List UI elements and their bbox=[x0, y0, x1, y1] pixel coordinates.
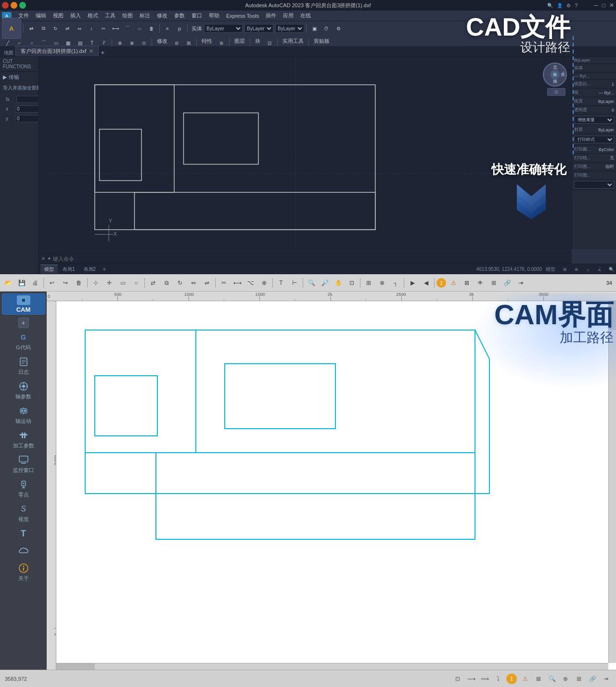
cam-status-link-btn[interactable]: 🔗 bbox=[587, 674, 598, 684]
cam-move-btn[interactable]: ⇄ bbox=[147, 277, 159, 289]
cam-copy2-btn[interactable]: ⧉ bbox=[160, 277, 173, 289]
cam-circle-btn[interactable]: ○ bbox=[130, 277, 142, 289]
text-style-button[interactable]: A bbox=[2, 18, 21, 39]
toolbar-fillet-btn[interactable]: ⌒ bbox=[122, 23, 133, 34]
cam-text-tool[interactable]: T bbox=[2, 525, 45, 543]
cam-arrow-left-btn[interactable]: ◀ bbox=[420, 277, 432, 289]
menu-dim[interactable]: 标注 bbox=[137, 11, 153, 20]
cam-scrollbar-v[interactable] bbox=[608, 301, 616, 663]
cam-mirror2-btn[interactable]: ⇌ bbox=[201, 277, 213, 289]
menu-help[interactable]: 帮助 bbox=[206, 11, 222, 20]
cad-status-ortho-btn[interactable]: ┐ bbox=[583, 265, 593, 274]
cam-status-grid-btn[interactable]: ⊞ bbox=[574, 674, 584, 684]
cam-drawing-area[interactable] bbox=[56, 301, 616, 670]
cad-zoom-btn[interactable]: 🔍 bbox=[606, 265, 616, 274]
cam-link-btn[interactable]: 🔗 bbox=[501, 277, 513, 289]
toolbar-chamfer-btn[interactable]: ⌓ bbox=[134, 23, 145, 34]
toolbar-copy-btn[interactable]: ⧉ bbox=[38, 23, 49, 34]
cam-fitall-btn[interactable]: ⊡ bbox=[346, 277, 358, 289]
cad-tab-layout1[interactable]: 布局1 bbox=[59, 265, 79, 274]
cam-axis-params-tool[interactable]: 轴参数 bbox=[2, 378, 45, 403]
toolbar-move-btn[interactable]: ⇄ bbox=[26, 23, 37, 34]
toolbar-stretch-btn[interactable]: ↕ bbox=[86, 23, 97, 34]
toolbar-property-btn[interactable]: 𝕡 bbox=[174, 23, 185, 34]
cam-dim2-btn[interactable]: ⊢ bbox=[288, 277, 301, 289]
menu-insert[interactable]: 插入 bbox=[67, 11, 84, 20]
cam-text2-btn[interactable]: T bbox=[275, 277, 287, 289]
cam-status-export-btn[interactable]: ⇥ bbox=[601, 674, 611, 684]
cam-export-btn[interactable]: ⇥ bbox=[514, 277, 527, 289]
prop-effect-select[interactable]: 增效果量 bbox=[574, 116, 614, 124]
cam-status-badge-btn[interactable]: 1 bbox=[506, 674, 517, 684]
cam-arrange-btn[interactable]: ⊠ bbox=[461, 277, 473, 289]
cad-drawing-area[interactable]: X Y bbox=[38, 57, 572, 253]
cam-status-btn-2[interactable]: ⟶ bbox=[466, 674, 476, 684]
cam-pan2-btn[interactable]: ✋ bbox=[332, 277, 345, 289]
prop-print-style-select[interactable]: 打印样式 bbox=[574, 136, 614, 143]
toolbar-delete-btn[interactable]: 🗑 bbox=[146, 23, 157, 34]
new-tab-button[interactable]: + bbox=[101, 49, 104, 56]
cam-add-button[interactable]: + bbox=[18, 318, 29, 328]
linewidth-select[interactable]: ByLayer bbox=[275, 24, 304, 33]
cam-snap2-btn[interactable]: ⊗ bbox=[376, 277, 388, 289]
cad-status-grid-btn[interactable]: ⊞ bbox=[560, 265, 570, 274]
cam-join-btn[interactable]: ⊕ bbox=[258, 277, 270, 289]
cad-command-input[interactable] bbox=[53, 256, 569, 262]
toolbar-settings-btn[interactable]: ⚙ bbox=[333, 23, 344, 34]
menu-app[interactable]: 应用 bbox=[280, 11, 296, 20]
cam-select-rect-btn[interactable]: ▭ bbox=[116, 277, 129, 289]
menu-view[interactable]: 视图 bbox=[50, 11, 66, 20]
cam-status-btn-4[interactable]: ⤵ bbox=[493, 674, 503, 684]
cam-extend2-btn[interactable]: ⟷ bbox=[231, 277, 244, 289]
menu-online[interactable]: 在线 bbox=[297, 11, 314, 20]
cam-zoomout-btn[interactable]: 🔎 bbox=[319, 277, 331, 289]
cad-status-polar-btn[interactable]: ∠ bbox=[595, 265, 604, 274]
cam-view2-btn[interactable]: ⊞ bbox=[488, 277, 500, 289]
cam-warn-btn[interactable]: ⚠ bbox=[447, 277, 460, 289]
layer-select[interactable]: ByLayer bbox=[204, 24, 243, 33]
toolbar-trim-btn[interactable]: ✂ bbox=[98, 23, 109, 34]
toolbar-rotate-btn[interactable]: ↻ bbox=[50, 23, 61, 34]
cam-status-arrange-btn[interactable]: ⊠ bbox=[533, 674, 544, 684]
cam-zoomin-btn[interactable]: 🔍 bbox=[305, 277, 318, 289]
menu-format[interactable]: 格式 bbox=[85, 11, 101, 20]
cam-gcode-tool[interactable]: G G代码 bbox=[2, 329, 45, 354]
toolbar-layer-btn[interactable]: ≡ bbox=[162, 23, 173, 34]
cam-break-btn[interactable]: ⌥ bbox=[244, 277, 257, 289]
cam-scale2-btn[interactable]: ⇔ bbox=[187, 277, 200, 289]
cam-about-tool[interactable]: 关于 bbox=[2, 560, 45, 585]
menu-draw[interactable]: 绘图 bbox=[119, 11, 136, 20]
cam-rotate2-btn[interactable]: ↻ bbox=[174, 277, 186, 289]
cam-open-btn[interactable]: 📂 bbox=[2, 277, 14, 289]
prop-output-select[interactable] bbox=[574, 181, 614, 189]
cam-status-btn-3[interactable]: ⟹ bbox=[479, 674, 490, 684]
cad-tab-layout2[interactable]: 布局2 bbox=[80, 265, 100, 274]
menu-express[interactable]: Express Tools bbox=[223, 12, 262, 20]
cad-tab-model[interactable]: 模型 bbox=[40, 265, 58, 274]
cam-status-warn-btn[interactable]: ⚠ bbox=[520, 674, 530, 684]
cam-origin-tool[interactable]: 零点 bbox=[2, 476, 45, 501]
menu-window[interactable]: 窗口 bbox=[189, 11, 205, 20]
cam-view-btn[interactable]: 👁 bbox=[474, 277, 487, 289]
cam-delete-btn[interactable]: 🗑 bbox=[73, 277, 85, 289]
cam-undo-btn[interactable]: ↩ bbox=[46, 277, 58, 289]
cam-grid-btn[interactable]: ⊞ bbox=[362, 277, 375, 289]
cam-print-btn[interactable]: 🖨 bbox=[29, 277, 41, 289]
cam-monitor-tool[interactable]: 监控窗口 bbox=[2, 452, 45, 476]
linetype-select[interactable]: ByLayer bbox=[244, 24, 273, 33]
toolbar-extend-btn[interactable]: ⟷ bbox=[110, 23, 121, 34]
cam-trim2-btn[interactable]: ✂ bbox=[218, 277, 230, 289]
nav-compass[interactable]: 北 南 东 上 ⊟ bbox=[543, 63, 569, 89]
cam-save-btn[interactable]: 💾 bbox=[15, 277, 28, 289]
new-layout-button[interactable]: + bbox=[103, 266, 106, 273]
cam-arrow-right-btn[interactable]: ▶ bbox=[406, 277, 419, 289]
cam-num-badge[interactable]: 1 bbox=[436, 278, 446, 288]
toolbar-realtime-btn[interactable]: ⏱ bbox=[321, 23, 332, 34]
cam-main-button[interactable]: ■ CAM bbox=[2, 293, 45, 315]
cam-crosshair-btn[interactable]: ✛ bbox=[103, 277, 116, 289]
menu-param[interactable]: 参数 bbox=[171, 11, 188, 20]
menu-edit[interactable]: 编辑 bbox=[33, 11, 49, 20]
cam-axis-motion-tool[interactable]: 轴运动 bbox=[2, 403, 45, 427]
toolbar-mirror-btn[interactable]: ⇌ bbox=[62, 23, 73, 34]
cam-log-tool[interactable]: 日志 bbox=[2, 354, 45, 378]
